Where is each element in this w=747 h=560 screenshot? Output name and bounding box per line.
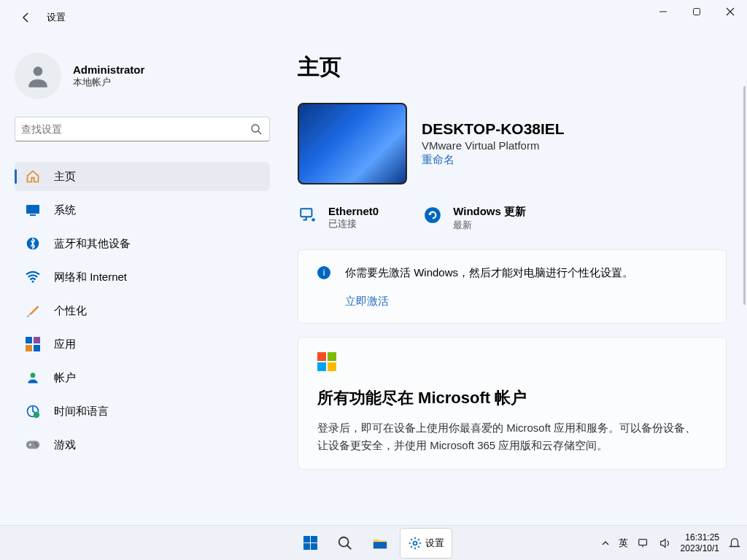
ms-account-body: 登录后，即可在设备上使用你最喜爱的 Microsoft 应用和服务。可以备份设备…	[317, 419, 707, 454]
status-title: Ethernet0	[328, 205, 379, 217]
system-icon	[25, 202, 41, 218]
volume-tray-icon[interactable]	[659, 537, 672, 549]
status-row: Ethernet0 已连接 Windows 更新 最新	[298, 205, 727, 232]
status-title: Windows 更新	[453, 205, 526, 219]
date: 2023/10/1	[681, 543, 719, 553]
svg-rect-10	[34, 337, 40, 343]
svg-rect-9	[26, 337, 32, 343]
search-input[interactable]	[21, 123, 249, 135]
nav-gaming[interactable]: 游戏	[15, 430, 270, 459]
nav-label: 蓝牙和其他设备	[54, 237, 131, 251]
status-network[interactable]: Ethernet0 已连接	[298, 205, 379, 232]
tray-overflow[interactable]	[601, 539, 610, 548]
apps-icon	[25, 336, 41, 352]
ms-account-card: 所有功能尽在 Microsoft 帐户 登录后，即可在设备上使用你最喜爱的 Mi…	[298, 337, 727, 470]
search-icon[interactable]	[249, 123, 263, 135]
status-sub: 已连接	[328, 217, 379, 230]
nav-label: 应用	[54, 338, 76, 351]
svg-line-24	[347, 545, 352, 549]
info-icon: i	[317, 266, 330, 279]
svg-rect-16	[26, 441, 39, 449]
clock[interactable]: 16:31:25 2023/10/1	[681, 532, 719, 553]
notifications-tray-icon[interactable]	[728, 537, 741, 550]
svg-point-8	[32, 281, 34, 283]
svg-rect-1	[694, 9, 700, 15]
status-sub: 最新	[453, 219, 526, 232]
user-sub: 本地帐户	[73, 76, 144, 89]
microsoft-logo-icon	[317, 352, 707, 371]
svg-line-4	[258, 131, 261, 134]
svg-point-21	[311, 218, 314, 221]
device-row: DESKTOP-KO38IEL VMware Virtual Platform …	[298, 103, 727, 184]
nav-label: 主页	[54, 170, 76, 184]
update-icon	[422, 205, 443, 225]
page-title: 主页	[298, 52, 727, 82]
minimize-button[interactable]	[646, 0, 680, 23]
start-button[interactable]	[295, 528, 325, 559]
nav-time-language[interactable]: 时间和语言	[15, 397, 270, 426]
ms-account-title: 所有功能尽在 Microsoft 帐户	[317, 387, 707, 409]
settings-window: 设置 Administrator 本地帐户	[0, 0, 747, 525]
window-title: 设置	[47, 11, 66, 24]
svg-rect-5	[26, 205, 39, 214]
device-platform: VMware Virtual Platform	[422, 139, 565, 152]
home-icon	[25, 168, 41, 184]
device-thumbnail[interactable]	[298, 103, 407, 184]
activate-link[interactable]: 立即激活	[345, 295, 633, 308]
svg-point-19	[36, 445, 37, 446]
activation-text: 你需要先激活 Windows，然后才能对电脑进行个性化设置。	[345, 265, 633, 281]
clock-globe-icon	[25, 403, 41, 419]
taskbar: 设置 英 16:31:25 2023/10/1	[0, 525, 747, 560]
ethernet-icon	[298, 205, 318, 225]
nav-label: 网络和 Internet	[54, 271, 127, 284]
svg-point-26	[414, 541, 417, 545]
user-name: Administrator	[73, 63, 144, 76]
maximize-button[interactable]	[680, 0, 713, 23]
taskbar-settings-label: 设置	[425, 537, 444, 550]
ime-indicator[interactable]: 英	[619, 537, 628, 550]
svg-rect-11	[26, 345, 32, 351]
nav-accounts[interactable]: 帐户	[15, 363, 270, 392]
nav-label: 游戏	[54, 438, 76, 452]
nav-network[interactable]: 网络和 Internet	[15, 262, 270, 292]
rename-link[interactable]: 重命名	[422, 153, 565, 167]
main-content: 主页 DESKTOP-KO38IEL VMware Virtual Platfo…	[285, 35, 747, 525]
network-tray-icon[interactable]	[637, 537, 650, 549]
nav-personalization[interactable]: 个性化	[15, 296, 270, 325]
device-name: DESKTOP-KO38IEL	[422, 120, 565, 138]
system-tray: 英 16:31:25 2023/10/1	[601, 532, 741, 553]
bluetooth-icon	[25, 236, 41, 252]
time: 16:31:25	[681, 532, 719, 542]
status-update[interactable]: Windows 更新 最新	[422, 205, 526, 232]
nav-apps[interactable]: 应用	[15, 330, 270, 359]
svg-point-15	[34, 412, 39, 418]
sidebar: Administrator 本地帐户 主页 系统	[0, 35, 285, 525]
nav-label: 系统	[54, 203, 76, 217]
nav-home[interactable]: 主页	[15, 162, 270, 191]
account-icon	[25, 370, 41, 386]
svg-point-2	[34, 66, 43, 76]
gamepad-icon	[25, 437, 41, 453]
nav-label: 帐户	[54, 371, 76, 385]
svg-point-23	[339, 537, 349, 546]
svg-rect-6	[30, 214, 36, 216]
svg-rect-25	[374, 542, 387, 548]
nav-system[interactable]: 系统	[15, 195, 270, 225]
svg-point-17	[29, 444, 31, 446]
svg-rect-12	[34, 345, 40, 351]
svg-rect-20	[301, 209, 311, 217]
back-button[interactable]	[12, 3, 41, 32]
svg-point-18	[35, 443, 36, 444]
file-explorer-button[interactable]	[365, 528, 395, 559]
taskbar-search-button[interactable]	[330, 528, 360, 559]
user-block[interactable]: Administrator 本地帐户	[15, 52, 270, 99]
wifi-icon	[25, 269, 41, 285]
scrollbar[interactable]	[743, 86, 746, 305]
activation-banner: i 你需要先激活 Windows，然后才能对电脑进行个性化设置。 立即激活	[298, 249, 727, 324]
nav-label: 个性化	[54, 304, 87, 318]
close-button[interactable]	[713, 0, 747, 23]
taskbar-settings-button[interactable]: 设置	[400, 528, 452, 559]
search-box[interactable]	[15, 117, 270, 141]
svg-rect-27	[638, 539, 646, 545]
nav-bluetooth[interactable]: 蓝牙和其他设备	[15, 229, 270, 258]
